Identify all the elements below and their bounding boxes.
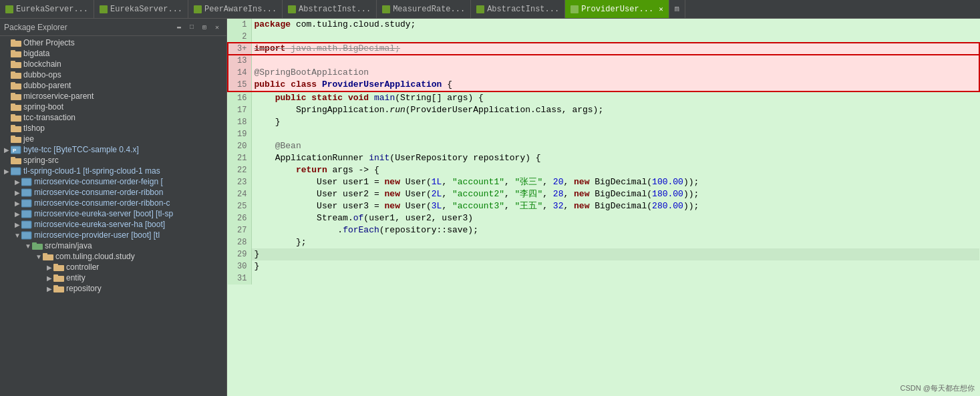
tree-item-tcc-transaction[interactable]: tcc-transaction — [0, 112, 226, 123]
folder-icon — [11, 103, 21, 112]
code-line[interactable]: User user1 = new User(1L, "account1", "张… — [251, 176, 979, 188]
line-number: 17 — [228, 104, 251, 116]
sidebar-header: Package Explorer ▬ □ ⊞ ✕ — [0, 19, 226, 36]
svg-rect-19 — [11, 136, 15, 138]
tab-eureka1[interactable]: EurekaServer... — [0, 0, 94, 18]
line-number: 20 — [228, 140, 251, 152]
tree-item-consumer-ribbon-c[interactable]: ▶ microservice-consumer-order-ribbon-c — [0, 198, 226, 208]
maximize-icon[interactable]: □ — [186, 22, 197, 33]
close-tab-icon[interactable]: ✕ — [659, 5, 663, 13]
line-number: 27 — [228, 224, 251, 236]
code-line[interactable] — [251, 55, 979, 67]
code-line[interactable]: ApplicationRunner init(UserRepository re… — [251, 152, 979, 164]
svg-rect-15 — [11, 114, 15, 117]
code-row-22: 22 return args -> { — [228, 164, 979, 176]
sidebar-item-label: microservice-eureka-server-ha [boot] — [34, 220, 165, 229]
code-row-16: 16 public static void main(String[] args… — [228, 91, 979, 104]
expand-arrow: ▶ — [13, 189, 21, 196]
tree-item-dubbo-ops[interactable]: dubbo-ops — [0, 69, 226, 80]
code-line[interactable]: @SpringBootApplication — [251, 67, 979, 79]
folder-icon — [11, 135, 21, 144]
line-number: 18 — [228, 116, 251, 128]
tab-peeraware[interactable]: PeerAwareIns... — [188, 0, 283, 18]
tree-item-package-study[interactable]: ▼ com.tuling.cloud.study — [0, 251, 226, 262]
folder-icon — [11, 114, 21, 122]
code-row-24: 24 User user2 = new User(2L, "account2",… — [228, 188, 979, 200]
sidebar-item-label: microservice-eureka-server [boot] [tl-sp — [34, 209, 173, 218]
line-number: 13 — [228, 55, 251, 67]
tree-item-consumer-ribbon[interactable]: ▶ microservice-consumer-order-ribbon — [0, 187, 226, 198]
tab-provideruser[interactable]: ProviderUser... ✕ — [565, 0, 669, 18]
sidebar-item-label: blockchain — [23, 59, 61, 69]
code-line[interactable]: SpringApplication.run(ProviderUserApplic… — [251, 104, 979, 116]
code-line[interactable]: } — [251, 248, 979, 260]
tree-item-jee[interactable]: jee — [0, 134, 226, 144]
tree-item-byte-tcc[interactable]: ▶ P byte-tcc [ByteTCC-sample 0.4.x] — [0, 144, 226, 155]
svg-rect-1 — [11, 39, 15, 42]
tree-item-eureka-server[interactable]: ▶ microservice-eureka-server [boot] [tl-… — [0, 208, 226, 219]
line-number: 25 — [228, 200, 251, 212]
code-line[interactable]: } — [251, 260, 979, 272]
tree-item-repository[interactable]: ▶ repository — [0, 283, 226, 294]
tree-item-src-main-java[interactable]: ▼ src/main/java — [0, 240, 226, 251]
code-line[interactable]: import java.math.BigDecimal; — [251, 43, 979, 55]
expand-arrow: ▶ — [45, 285, 53, 292]
code-line[interactable]: return args -> { — [251, 164, 979, 176]
java-icon — [476, 5, 484, 13]
code-row-30: 30 } — [228, 260, 979, 272]
tree-item-consumer-feign[interactable]: ▶ microservice-consumer-order-feign [ — [0, 176, 226, 187]
tree-item-provider-user[interactable]: ▼ microservice-provider-user [boot] [tl — [0, 230, 226, 240]
sidebar-item-label: microservice-parent — [23, 91, 94, 101]
minimize-icon[interactable]: ▬ — [174, 22, 184, 33]
tree-item-other-projects[interactable]: Other Projects — [0, 37, 226, 48]
code-line[interactable]: public class ProviderUserApplication { — [251, 79, 979, 91]
tree-item-controller[interactable]: ▶ controller — [0, 262, 226, 272]
code-line[interactable]: User user3 = new User(3L, "account3", "王… — [251, 200, 979, 212]
svg-rect-29 — [21, 221, 31, 228]
tree-item-tlshop[interactable]: tlshop — [0, 123, 226, 134]
code-line[interactable] — [251, 31, 979, 43]
java-icon — [382, 5, 390, 13]
code-row-29: 29 } — [228, 248, 979, 260]
code-row-13: 13 — [228, 55, 979, 67]
code-line[interactable]: @Bean — [251, 140, 979, 152]
line-number: 2 — [228, 31, 251, 43]
tree-item-bigdata[interactable]: bigdata — [0, 48, 226, 59]
project-icon — [21, 231, 32, 240]
expand-arrow: ▼ — [13, 232, 21, 239]
code-line[interactable] — [251, 128, 979, 140]
tree-item-dubbo-parent[interactable]: dubbo-parent — [0, 80, 226, 91]
tree-item-spring-src[interactable]: spring-src — [0, 155, 226, 166]
tab-measuredrate[interactable]: MeasuredRate... — [377, 0, 471, 18]
svg-rect-11 — [11, 93, 15, 95]
code-line[interactable]: package com.tuling.cloud.study; — [251, 19, 979, 31]
sidebar-item-label: tl-spring-cloud-1 [tl-spring-cloud-1 mas — [23, 166, 160, 176]
code-line[interactable]: .forEach(repository::save); — [251, 224, 979, 236]
code-line[interactable]: } — [251, 116, 979, 128]
svg-rect-23 — [11, 157, 15, 160]
code-content[interactable]: 1 package com.tuling.cloud.study; 2 3+ i… — [227, 19, 980, 396]
java-icon — [5, 5, 13, 13]
tree-item-eureka-server-ha[interactable]: ▶ microservice-eureka-server-ha [boot] — [0, 219, 226, 230]
tab-abstractinst1[interactable]: AbstractInst... — [283, 0, 377, 18]
tab-more[interactable]: m — [669, 0, 685, 18]
project-icon: P — [11, 146, 21, 154]
tab-eureka2[interactable]: EurekaServer... — [94, 0, 188, 18]
code-line[interactable]: }; — [251, 236, 979, 248]
tree-item-entity[interactable]: ▶ entity — [0, 272, 226, 283]
sidebar-item-label: repository — [66, 284, 102, 293]
package-icon — [53, 274, 64, 282]
tree-item-microservice-parent[interactable]: microservice-parent — [0, 91, 226, 102]
tree-item-blockchain[interactable]: blockchain — [0, 59, 226, 69]
close-sidebar-icon[interactable]: ✕ — [212, 22, 222, 33]
code-line[interactable] — [251, 272, 979, 284]
tab-abstractinst2[interactable]: AbstractInst... — [471, 0, 565, 18]
tree-item-spring-boot[interactable]: spring-boot — [0, 102, 226, 112]
code-line[interactable]: User user2 = new User(2L, "account2", "李… — [251, 188, 979, 200]
code-line[interactable]: public static void main(String[] args) { — [251, 91, 979, 104]
project-icon — [21, 210, 32, 218]
sidebar-item-label: byte-tcc [ByteTCC-sample 0.4.x] — [23, 145, 139, 154]
code-line[interactable]: Stream.of(user1, user2, user3) — [251, 212, 979, 224]
view-menu-icon[interactable]: ⊞ — [199, 22, 210, 33]
tree-item-tl-spring-cloud-1[interactable]: ▶ tl-spring-cloud-1 [tl-spring-cloud-1 m… — [0, 166, 226, 176]
